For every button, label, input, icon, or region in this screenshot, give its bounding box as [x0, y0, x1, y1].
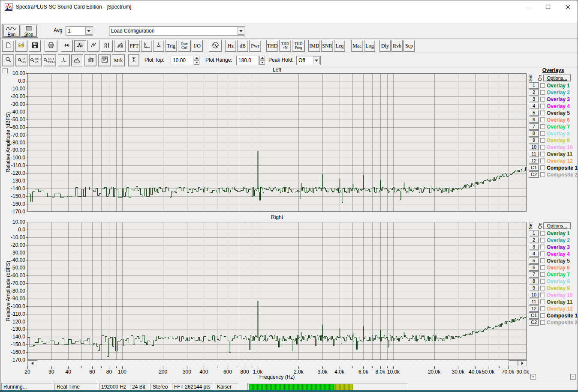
plot-top-input[interactable]: 10.00: [171, 56, 193, 65]
overlay-on-checkbox-8-left[interactable]: [540, 131, 545, 136]
zoom-button[interactable]: [2, 54, 14, 66]
chevron-down-icon[interactable]: [85, 27, 92, 35]
thd-freq-button[interactable]: THDFreq: [292, 40, 305, 52]
overlay-on-checkbox-8-right[interactable]: [540, 279, 545, 284]
overlay-on-checkbox-6-left[interactable]: [540, 117, 545, 122]
units-pwr-button[interactable]: Pwr: [249, 40, 261, 52]
overlay-on-checkbox-11-left[interactable]: [540, 152, 545, 156]
spin-up-icon[interactable]: [259, 56, 265, 60]
overlay-set-button-1-right[interactable]: 1: [529, 230, 539, 236]
overlay-set-button-c2-right[interactable]: C2: [529, 319, 539, 326]
overlay-set-button-3-right[interactable]: 3: [529, 244, 539, 250]
run-button[interactable]: Run: [3, 25, 20, 37]
overlay-on-checkbox-2-left[interactable]: [540, 90, 545, 95]
overlay-set-button-c2-left[interactable]: C2: [529, 171, 539, 178]
fft-settings-button[interactable]: FFT: [128, 40, 140, 52]
overlay-set-button-7-right[interactable]: 7: [529, 271, 539, 278]
overlay-set-button-1-left[interactable]: 1: [529, 82, 539, 89]
scaling-button[interactable]: [141, 40, 152, 52]
spectrum-plot-right-canvas[interactable]: [27, 222, 527, 360]
overlay-set-button-6-right[interactable]: 6: [529, 264, 539, 271]
imd-button[interactable]: IMD: [308, 40, 320, 52]
scope-button[interactable]: Scp: [403, 40, 415, 52]
scroll-left-icon[interactable]: [27, 360, 37, 366]
scrollbar-track[interactable]: [37, 360, 509, 366]
stop-button[interactable]: Stop: [21, 25, 37, 37]
overlay-set-button-3-left[interactable]: 3: [529, 96, 539, 102]
overlay-set-button-2-right[interactable]: 2: [529, 237, 539, 243]
overlay-on-checkbox-3-right[interactable]: [540, 245, 545, 249]
overlay-options-button-right[interactable]: Options...: [543, 222, 571, 229]
load-configuration-select[interactable]: Load Configuration: [109, 26, 245, 36]
overlay-on-checkbox-c2-left[interactable]: [540, 172, 545, 177]
reverb-button[interactable]: Rvb: [391, 40, 403, 52]
run-control-button[interactable]: RunCtrl: [178, 40, 191, 52]
overlay-on-checkbox-1-left[interactable]: [540, 83, 545, 88]
overlay-on-checkbox-c2-right[interactable]: [540, 320, 545, 325]
overlay-set-button-10-right[interactable]: 10: [529, 292, 539, 298]
overlay-set-button-4-left[interactable]: 4: [529, 103, 539, 109]
narrowband-view-button[interactable]: [58, 54, 70, 66]
overlay-set-button-c1-right[interactable]: C1: [529, 312, 539, 319]
logging-button[interactable]: Log: [364, 40, 375, 52]
spin-up-icon[interactable]: [194, 56, 199, 60]
overlay-on-checkbox-c1-left[interactable]: [540, 165, 545, 170]
overlay-on-checkbox-c1-right[interactable]: [540, 313, 545, 318]
macro-button[interactable]: Mac: [351, 40, 363, 52]
overlay-set-button-5-right[interactable]: 5: [529, 257, 539, 264]
overlay-set-button-8-left[interactable]: 8: [529, 130, 539, 137]
avg-select[interactable]: 1: [66, 26, 93, 36]
print-button[interactable]: [45, 40, 57, 52]
amplitude-range-button[interactable]: [128, 54, 139, 66]
overlay-set-button-12-right[interactable]: 12: [529, 305, 539, 312]
zoom-in-2x-button[interactable]: IN2X: [15, 54, 28, 66]
overlay-on-checkbox-11-right[interactable]: [540, 299, 545, 304]
time-series-view-button[interactable]: [87, 40, 99, 52]
overlay-on-checkbox-1-right[interactable]: [540, 231, 545, 236]
minimize-icon[interactable]: [518, 0, 538, 13]
units-db-button[interactable]: dB: [237, 40, 248, 52]
overlay-on-checkbox-12-right[interactable]: [540, 306, 545, 311]
plot-range-spinner[interactable]: [259, 56, 265, 65]
thd-button[interactable]: THD: [266, 40, 278, 52]
overlay-on-checkbox-9-right[interactable]: [540, 286, 545, 290]
overlay-set-button-10-left[interactable]: 10: [529, 144, 539, 150]
overlay-on-checkbox-5-right[interactable]: [540, 258, 545, 263]
scroll-right-icon[interactable]: [518, 360, 527, 366]
zoom-out-full-button[interactable]: OUTFULL: [43, 54, 56, 66]
open-file-button[interactable]: [15, 40, 27, 52]
overlay-set-button-2-left[interactable]: 2: [529, 89, 539, 96]
thd-n-button[interactable]: THD+N: [279, 40, 291, 52]
spectrum-view-button[interactable]: [74, 40, 86, 52]
scrollbar-thumb[interactable]: [509, 360, 518, 366]
chevron-down-icon[interactable]: [313, 57, 320, 64]
overlay-options-button-left[interactable]: Options...: [543, 75, 571, 81]
overlay-on-checkbox-12-left[interactable]: [540, 159, 545, 163]
playback-button[interactable]: [61, 40, 73, 52]
spin-down-icon[interactable]: [259, 60, 265, 65]
overlay-set-button-4-right[interactable]: 4: [529, 251, 539, 257]
close-icon[interactable]: [558, 0, 578, 13]
plot-range-input[interactable]: 180.0: [236, 56, 259, 65]
overlay-set-button-8-right[interactable]: 8: [529, 278, 539, 284]
maximize-icon[interactable]: [538, 0, 558, 13]
bar-graph-view-button[interactable]: [84, 54, 96, 66]
peak-hold-select[interactable]: Off: [296, 56, 321, 65]
overlay-on-checkbox-5-left[interactable]: [540, 111, 545, 115]
units-hz-button[interactable]: Hz: [225, 40, 236, 52]
overlay-set-button-7-left[interactable]: 7: [529, 123, 539, 130]
overlay-set-button-12-left[interactable]: 12: [529, 158, 539, 164]
signal-generator-button[interactable]: [209, 40, 222, 52]
overlay-on-checkbox-7-left[interactable]: [540, 124, 545, 129]
zoom-out-2x-button[interactable]: OUT2X: [29, 54, 42, 66]
frequency-scrollbar[interactable]: [27, 360, 527, 366]
overlay-on-checkbox-10-right[interactable]: [540, 293, 545, 297]
save-file-button[interactable]: [29, 40, 41, 52]
chevron-down-icon[interactable]: [238, 27, 244, 35]
calibration-button[interactable]: [153, 40, 164, 52]
collapse-panel-button[interactable]: −: [570, 374, 576, 380]
overlay-set-button-6-left[interactable]: 6: [529, 117, 539, 123]
markers-button[interactable]: Mrk: [112, 54, 125, 66]
expand-panel-button[interactable]: +: [530, 374, 536, 380]
surface-view-button[interactable]: [114, 40, 126, 52]
